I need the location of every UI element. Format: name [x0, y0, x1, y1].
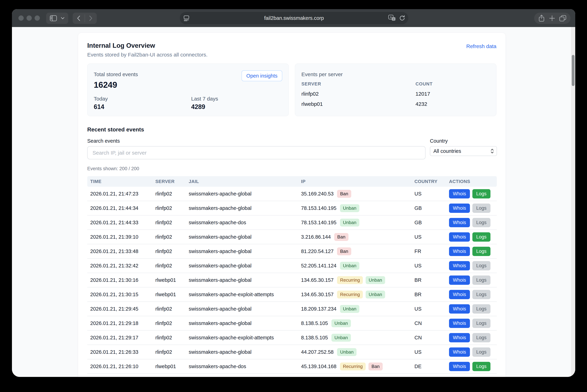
- badge-ban: Ban: [368, 362, 382, 370]
- logs-button[interactable]: Logs: [472, 189, 490, 198]
- cell-actions: Whois Logs: [446, 333, 497, 342]
- new-tab-icon[interactable]: [549, 15, 555, 22]
- ip-text: 78.153.140.195: [301, 220, 336, 226]
- table-row: 2026.01.21, 21:26:10 rlwebp01 swissmaker…: [87, 359, 497, 374]
- cell-jail: swissmakers-apache-dos: [186, 364, 298, 369]
- nav-buttons-group: [73, 13, 97, 24]
- address-bar[interactable]: fail2ban.swissmakers.corp A x: [180, 12, 408, 24]
- reload-icon[interactable]: [399, 15, 405, 22]
- whois-button[interactable]: Whois: [449, 232, 470, 242]
- cell-country: FR: [411, 248, 446, 254]
- scrollbar-track[interactable]: [571, 27, 575, 377]
- ip-text: 8.138.5.105: [301, 335, 328, 340]
- cell-ip: 134.65.30.157 RecurringUnban: [298, 276, 411, 284]
- column-header-jail: JAIL: [186, 179, 298, 184]
- cell-actions: Whois Logs: [446, 290, 497, 299]
- badge-container: Unban: [331, 319, 351, 327]
- whois-button[interactable]: Whois: [449, 333, 470, 342]
- logs-button[interactable]: Logs: [472, 232, 490, 242]
- cell-time: 2026.01.21, 21:44:34: [87, 205, 152, 211]
- badge-container: RecurringBan: [340, 362, 383, 370]
- logs-button[interactable]: Logs: [472, 333, 490, 342]
- log-overview-card: Internal Log Overview Events stored by F…: [78, 33, 506, 377]
- country-select[interactable]: All countries: [430, 146, 497, 156]
- cell-ip: 44.207.252.58 Unban: [298, 348, 411, 356]
- cell-server: rlinfp02: [152, 320, 186, 326]
- events-shown-text: Events shown: 200 / 200: [87, 166, 496, 172]
- server-count: 12017: [415, 91, 490, 97]
- logs-button[interactable]: Logs: [472, 247, 490, 256]
- whois-button[interactable]: Whois: [449, 304, 470, 314]
- chevron-down-icon[interactable]: [61, 17, 65, 20]
- logs-button[interactable]: Logs: [472, 304, 490, 314]
- cell-ip: 78.153.140.195 Unban: [298, 219, 411, 226]
- whois-button[interactable]: Whois: [449, 247, 470, 256]
- table-row: 2026.01.21, 21:44:33 rlinfp02 swissmaker…: [87, 216, 497, 230]
- server-count: 4232: [415, 101, 490, 107]
- cell-jail: swissmakers-apache-global: [186, 234, 298, 240]
- country-label: Country: [430, 138, 497, 144]
- ip-text: 52.205.141.124: [301, 263, 336, 269]
- cell-time: 2026.01.21, 21:30:15: [87, 292, 152, 298]
- whois-button[interactable]: Whois: [449, 276, 470, 285]
- whois-button[interactable]: Whois: [449, 218, 470, 227]
- whois-button[interactable]: Whois: [449, 261, 470, 270]
- open-insights-button[interactable]: Open insights: [242, 70, 282, 81]
- logs-button[interactable]: Logs: [472, 348, 490, 357]
- ip-text: 81.220.54.127: [301, 248, 334, 254]
- scrollbar-thumb[interactable]: [572, 55, 574, 86]
- table-row: 2026.01.21, 21:29:17 rlinfp02 swissmaker…: [87, 330, 497, 345]
- total-events-value: 16249: [94, 80, 282, 90]
- server-column-header: SERVER: [301, 81, 415, 87]
- refresh-data-link[interactable]: Refresh data: [466, 43, 496, 49]
- ip-text: 18.209.137.234: [301, 306, 336, 312]
- whois-button[interactable]: Whois: [449, 204, 470, 213]
- logs-button[interactable]: Logs: [472, 218, 490, 227]
- browser-titlebar: fail2ban.swissmakers.corp A x: [12, 9, 575, 27]
- tabs-icon[interactable]: [559, 15, 566, 22]
- cell-time: 2026.01.21, 21:29:17: [87, 335, 152, 340]
- whois-button[interactable]: Whois: [449, 290, 470, 299]
- cell-actions: Whois Logs: [446, 319, 497, 328]
- badge-unban: Unban: [366, 276, 385, 284]
- whois-button[interactable]: Whois: [449, 348, 470, 357]
- cell-time: 2026.01.21, 21:26:10: [87, 364, 152, 369]
- cell-time: 2026.01.21, 21:29:45: [87, 306, 152, 312]
- cell-server: rlinfp02: [152, 234, 186, 240]
- cell-server: rlinfp02: [152, 263, 186, 269]
- logs-button[interactable]: Logs: [472, 290, 490, 299]
- cell-country: US: [411, 306, 446, 312]
- badge-unban: Unban: [331, 334, 351, 342]
- whois-button[interactable]: Whois: [449, 189, 470, 198]
- recent-events-title: Recent stored events: [87, 126, 496, 133]
- badge-ban: Ban: [337, 248, 351, 255]
- search-input[interactable]: [87, 146, 425, 159]
- cell-actions: Whois Logs: [446, 348, 497, 357]
- forward-icon[interactable]: [89, 16, 93, 21]
- badge-container: Ban: [334, 233, 348, 241]
- sidebar-icon[interactable]: [50, 15, 57, 21]
- close-window-button[interactable]: [19, 16, 24, 21]
- share-icon[interactable]: [538, 14, 545, 22]
- translate-icon[interactable]: A x: [388, 15, 396, 22]
- badge-recurring: Recurring: [337, 276, 363, 284]
- logs-button[interactable]: Logs: [472, 276, 490, 285]
- total-events-card: Total stored events 16249 Open insights …: [87, 64, 289, 116]
- back-icon[interactable]: [77, 16, 80, 21]
- whois-button[interactable]: Whois: [449, 362, 470, 371]
- logs-button[interactable]: Logs: [472, 204, 490, 213]
- cell-actions: Whois Logs: [446, 204, 497, 213]
- week-value: 4289: [191, 103, 218, 110]
- table-row: 2026.01.21, 21:44:34 rlinfp02 swissmaker…: [87, 201, 497, 216]
- minimize-window-button[interactable]: [27, 16, 32, 21]
- table-row: 2026.01.21, 21:33:48 rlinfp02 swissmaker…: [87, 244, 497, 259]
- cell-actions: Whois Logs: [446, 232, 497, 242]
- cell-jail: swissmakers-apache-global: [186, 191, 298, 197]
- zoom-window-button[interactable]: [35, 16, 40, 21]
- page-content: Internal Log Overview Events stored by F…: [12, 27, 575, 377]
- logs-button[interactable]: Logs: [472, 362, 490, 371]
- logs-button[interactable]: Logs: [472, 319, 490, 328]
- cell-country: GB: [411, 205, 446, 211]
- logs-button[interactable]: Logs: [472, 261, 490, 270]
- whois-button[interactable]: Whois: [449, 319, 470, 328]
